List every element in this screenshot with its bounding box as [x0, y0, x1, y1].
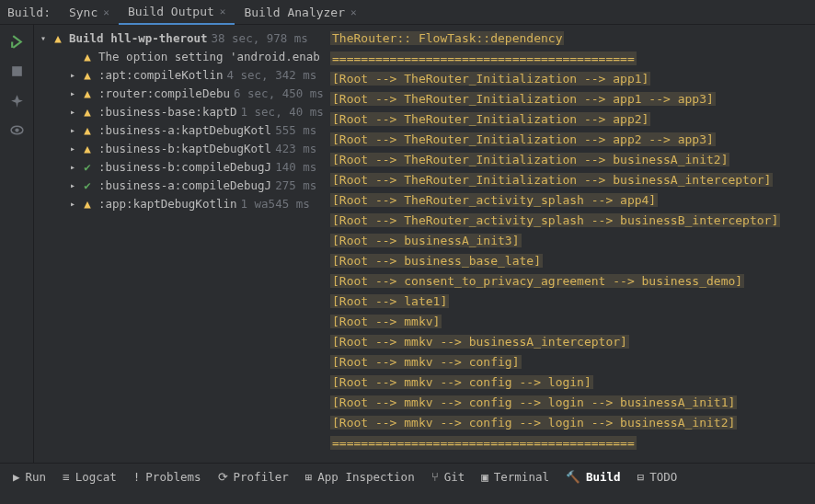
console-line: TheRouter:: FlowTask::dependency: [330, 29, 809, 49]
tree-meta: 423 ms: [275, 142, 316, 155]
chevron-right-icon[interactable]: ▸: [67, 70, 78, 80]
warning-icon: ▲: [80, 197, 95, 211]
bottom-tab-label: Problems: [145, 470, 201, 484]
warning-icon: ▲: [80, 142, 95, 155]
bottom-tab-git[interactable]: ⑂ Git: [431, 470, 465, 484]
tab-build-output[interactable]: Build Output✕: [119, 0, 235, 25]
stop-icon[interactable]: [9, 63, 25, 82]
bottom-tab-label: Profiler: [234, 470, 289, 484]
pin-icon[interactable]: [9, 93, 25, 111]
tree-meta: 1 wa545 ms: [241, 197, 310, 211]
tree-item[interactable]: ▸ ▲ :business-a:kaptDebugKotl 555 ms: [34, 120, 325, 139]
tree-label: :router:compileDebu: [98, 86, 230, 100]
chevron-right-icon[interactable]: ▸: [67, 107, 78, 117]
bottom-tab-problems[interactable]: ! Problems: [133, 470, 201, 484]
success-icon: ✔: [80, 160, 95, 174]
tree-meta: 4 sec, 342 ms: [226, 68, 316, 82]
eye-icon[interactable]: [9, 122, 25, 141]
chevron-right-icon[interactable]: ▸: [67, 199, 78, 209]
console-line: [Root --> TheRouter_Initialization --> a…: [330, 69, 809, 89]
build-tree[interactable]: ▾ ▲ Build hll-wp-therout 38 sec, 978 ms …: [34, 25, 325, 477]
tree-meta: 1 sec, 40 ms: [241, 105, 324, 119]
console-line: [Root --> mmkv --> config --> login]: [330, 372, 809, 393]
bottom-tab-label: Git: [444, 470, 465, 484]
logcat-icon: ≡: [63, 470, 70, 484]
bottom-tab-label: Build: [586, 470, 621, 484]
console-line: [Root --> TheRouter_Initialization --> b…: [330, 170, 809, 190]
chevron-right-icon[interactable]: ▸: [67, 125, 78, 135]
console-line: [Root --> mmkv --> config]: [330, 352, 809, 372]
svg-point-2: [15, 128, 18, 132]
tree-label: Build hll-wp-therout: [69, 31, 208, 45]
tree-item[interactable]: ▸ ▲ :app:kaptDebugKotlin 1 wa545 ms: [34, 194, 325, 212]
warning-icon: ▲: [80, 86, 95, 100]
bottom-tab-build[interactable]: 🔨 Build: [566, 470, 621, 484]
chevron-right-icon[interactable]: ▸: [67, 88, 78, 98]
tree-label: :business-b:kaptDebugKotl: [98, 142, 271, 155]
tool-gutter: [0, 25, 34, 477]
tree-item[interactable]: ▸ ▲ :router:compileDebu 6 sec, 450 ms: [34, 84, 325, 102]
warning-icon: ▲: [51, 31, 65, 45]
build-console[interactable]: TheRouter:: FlowTask::dependency========…: [325, 25, 815, 477]
console-line: [Root --> businessA_init3]: [330, 231, 809, 251]
warning-icon: ▲: [80, 105, 95, 119]
bottom-tab-label: TODO: [649, 470, 677, 484]
tree-item[interactable]: ▲ The option setting 'android.enab: [34, 47, 325, 65]
tree-label: :business-b:compileDebugJ: [98, 160, 271, 174]
app inspection-icon: ⊞: [305, 470, 313, 484]
bottom-tab-label: Run: [26, 470, 47, 484]
tree-meta: 38 sec, 978 ms: [212, 31, 308, 45]
tree-label: :business-base:kaptD: [98, 105, 237, 119]
bottom-tab-label: Logcat: [75, 470, 117, 484]
tree-label: :apt:compileKotlin: [98, 68, 223, 82]
console-line: [Root --> TheRouter_Initialization --> a…: [330, 89, 809, 109]
tree-item[interactable]: ▸ ✔ :business-b:compileDebugJ 140 ms: [34, 157, 325, 176]
console-line: [Root --> mmkv]: [330, 312, 809, 332]
console-line: [Root --> mmkv --> businessA_interceptor…: [330, 332, 809, 352]
console-line: [Root --> TheRouter_Initialization --> b…: [330, 150, 809, 170]
console-line: [Root --> mmkv --> config --> login --> …: [330, 413, 809, 433]
tree-item[interactable]: ▸ ▲ :apt:compileKotlin 4 sec, 342 ms: [34, 65, 325, 84]
close-icon[interactable]: ✕: [103, 6, 109, 18]
console-line: [Root --> TheRouter_activity_splash --> …: [330, 190, 809, 211]
bottom-tab-profiler[interactable]: ⟳ Profiler: [218, 470, 289, 484]
bottom-tab-run[interactable]: ▶ Run: [13, 470, 46, 484]
tab-sync[interactable]: Sync✕: [60, 0, 119, 24]
build-tabs: Build: Sync✕ Build Output✕ Build Analyze…: [0, 0, 815, 25]
tab-build-analyzer[interactable]: Build Analyzer✕: [235, 0, 365, 24]
warning-icon: ▲: [80, 50, 95, 63]
profiler-icon: ⟳: [218, 470, 228, 484]
console-line: [Root --> TheRouter_Initialization --> a…: [330, 109, 809, 130]
problems-icon: !: [133, 470, 141, 484]
chevron-down-icon[interactable]: ▾: [38, 33, 49, 43]
tree-item[interactable]: ▸ ✔ :business-a:compileDebugJ 275 ms: [34, 176, 325, 194]
close-icon[interactable]: ✕: [350, 6, 357, 18]
bottom-tab-todo[interactable]: ⊟ TODO: [637, 470, 678, 484]
tree-root[interactable]: ▾ ▲ Build hll-wp-therout 38 sec, 978 ms: [34, 29, 325, 47]
console-line: [Root --> business_base_late]: [330, 251, 809, 271]
chevron-right-icon[interactable]: ▸: [67, 180, 78, 190]
tree-item[interactable]: ▸ ▲ :business-b:kaptDebugKotl 423 ms: [34, 139, 325, 157]
bottom-tab-label: App Inspection: [317, 470, 414, 484]
warning-icon: ▲: [80, 123, 95, 137]
bottom-tab-app inspection[interactable]: ⊞ App Inspection: [305, 470, 415, 484]
success-icon: ✔: [80, 178, 95, 192]
chevron-right-icon[interactable]: ▸: [67, 162, 78, 172]
bottom-tab-label: Terminal: [494, 470, 549, 484]
build-icon: 🔨: [566, 470, 580, 484]
close-icon[interactable]: ✕: [220, 6, 226, 17]
tree-meta: 275 ms: [275, 178, 316, 192]
status-bar: [0, 489, 815, 504]
tree-item[interactable]: ▸ ▲ :business-base:kaptD 1 sec, 40 ms: [34, 102, 325, 120]
tree-label: :business-a:compileDebugJ: [98, 178, 271, 192]
chevron-right-icon[interactable]: ▸: [67, 143, 78, 154]
todo-icon: ⊟: [637, 470, 645, 484]
restart-icon[interactable]: [9, 34, 25, 52]
bottom-tab-terminal[interactable]: ▣ Terminal: [481, 470, 549, 484]
tree-meta: 555 ms: [275, 123, 316, 137]
tabs-label: Build:: [7, 6, 51, 19]
tree-meta: 140 ms: [275, 160, 316, 174]
terminal-icon: ▣: [481, 470, 488, 484]
warning-icon: ▲: [80, 68, 95, 82]
bottom-tab-logcat[interactable]: ≡ Logcat: [63, 470, 117, 484]
